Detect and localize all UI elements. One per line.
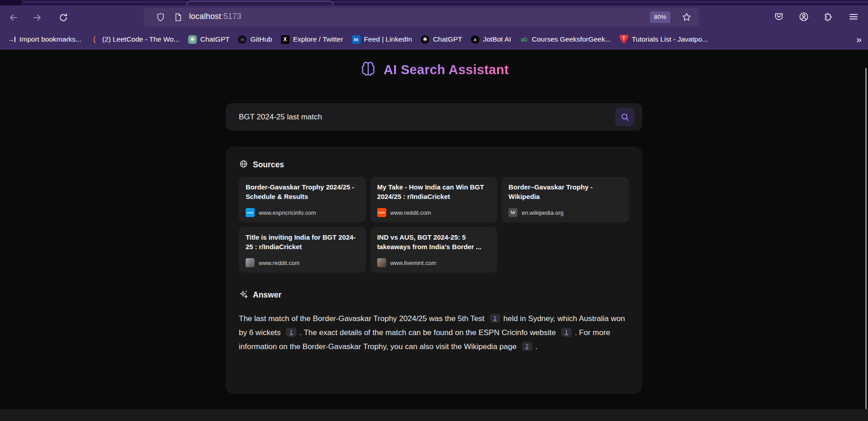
bookmark-item[interactable]: ⟨ (2) LeetCode - The Wo...	[90, 35, 180, 44]
search-button[interactable]	[615, 108, 635, 126]
gfg-icon: ϶G	[520, 35, 528, 44]
answer-paragraph: The last match of the Border-Gavaskar Tr…	[239, 312, 629, 354]
source-card[interactable]: My Take - How India can Win BGT 2024/25 …	[370, 177, 498, 222]
page-bottom-strip	[0, 409, 868, 421]
url-text: localhost:5173	[189, 12, 242, 21]
page-content: AI Search Assistant Sources Border-Gavas…	[0, 50, 868, 421]
account-icon[interactable]	[798, 11, 809, 22]
import-icon: →	[7, 35, 16, 44]
back-icon[interactable]	[8, 12, 19, 24]
photo-person-favicon	[246, 258, 255, 267]
wikipedia-favicon: W	[508, 208, 517, 217]
bookmarks-bar: → Import bookmarks... ⟨ (2) LeetCode - T…	[0, 29, 868, 50]
chatgpt-dark-icon: ✳	[421, 35, 429, 44]
source-card[interactable]: IND vs AUS, BGT 2024-25: 5 takeaways fro…	[370, 227, 498, 273]
citation-chip[interactable]: 1	[561, 328, 572, 337]
reddit-favicon: reddit	[377, 208, 386, 217]
citation-chip[interactable]: 1	[490, 314, 500, 323]
source-title: Title is inviting India for BGT 2024-25 …	[246, 233, 359, 252]
tab-bar-left-segment	[0, 0, 23, 5]
source-title: IND vs AUS, BGT 2024-25: 5 takeaways fro…	[377, 233, 491, 252]
address-bar[interactable]: localhost:5173 80%	[144, 8, 699, 27]
brain-icon	[359, 60, 377, 80]
answer-heading: Answer	[239, 290, 629, 300]
bookmark-label: ChatGPT	[200, 35, 230, 43]
extensions-puzzle-icon[interactable]	[823, 11, 834, 22]
bookmark-item[interactable]: ✳ ChatGPT	[188, 35, 230, 44]
bookmark-label: Import bookmarks...	[19, 35, 81, 43]
sparkles-icon	[239, 289, 248, 301]
search-bar	[226, 103, 642, 131]
app-header: AI Search Assistant	[0, 60, 868, 80]
browser-window: localhost:5173 80% → Import bookmarks	[0, 0, 868, 421]
twitter-icon: X	[281, 35, 289, 44]
espn-favicon: espn	[246, 208, 255, 217]
search-input[interactable]	[239, 103, 587, 131]
scrollbar-thumb[interactable]	[865, 68, 867, 409]
bookmark-item[interactable]: X Explore / Twitter	[281, 35, 343, 44]
source-title: My Take - How India can Win BGT 2024/25 …	[377, 183, 491, 202]
source-card[interactable]: Border-Gavaskar Trophy 2024/25 - Schedul…	[239, 177, 366, 222]
shield-icon[interactable]	[156, 12, 166, 22]
bookmark-item[interactable]: in Feed | LinkedIn	[352, 35, 413, 44]
source-domain: www.espncricinfo.com	[259, 209, 316, 216]
bookmark-item[interactable]: ▲ JotBot AI	[471, 35, 511, 44]
bookmark-item[interactable]: → Import bookmarks...	[7, 35, 81, 44]
bookmark-label: Feed | LinkedIn	[364, 35, 413, 43]
sources-heading: Sources	[239, 160, 629, 170]
results-panel: Sources Border-Gavaskar Trophy 2024/25 -…	[226, 147, 642, 394]
source-card[interactable]: Title is inviting India for BGT 2024-25 …	[239, 227, 366, 273]
url-host: localhost	[189, 12, 221, 21]
photo-people-favicon	[377, 258, 386, 267]
leetcode-icon: ⟨	[90, 35, 99, 44]
sources-grid: Border-Gavaskar Trophy 2024/25 - Schedul…	[239, 177, 629, 273]
bookmark-item[interactable]: ϶G Courses GeeksforGeek...	[520, 35, 611, 44]
bookmarks-bar-items: → Import bookmarks... ⟨ (2) LeetCode - T…	[0, 35, 708, 44]
forward-icon[interactable]	[31, 12, 43, 24]
bookmarks-overflow-chevron[interactable]: »	[856, 33, 862, 45]
bookmark-item[interactable]: ∩ GitHub	[238, 35, 272, 44]
pocket-icon[interactable]	[773, 11, 784, 22]
citation-chip[interactable]: 1	[286, 328, 296, 337]
zoom-level-badge[interactable]: 80%	[650, 11, 670, 23]
source-domain: www.livemint.com	[390, 260, 436, 266]
source-title: Border-Gavaskar Trophy 2024/25 - Schedul…	[246, 183, 359, 202]
reload-icon[interactable]	[57, 12, 69, 24]
source-card[interactable]: Border–Gavaskar Trophy - Wikipedia W en.…	[502, 177, 629, 222]
chatgpt-green-icon: ✳	[188, 35, 197, 44]
javatpoint-icon: T	[620, 35, 628, 44]
bookmark-label: Courses GeeksforGeek...	[532, 35, 611, 43]
globe-icon	[239, 159, 248, 171]
tab-bar	[0, 0, 868, 5]
bookmark-label: JotBot AI	[483, 35, 511, 43]
bookmark-item[interactable]: T Tutorials List - Javatpo...	[620, 35, 708, 44]
tab-bar-divider	[23, 2, 868, 2]
answer-heading-label: Answer	[253, 290, 281, 300]
linkedin-icon: in	[352, 35, 360, 44]
bookmark-star-icon[interactable]	[681, 12, 692, 23]
source-title: Border–Gavaskar Trophy - Wikipedia	[508, 183, 622, 202]
bookmark-item[interactable]: ✳ ChatGPT	[421, 35, 462, 44]
navigation-toolbar: localhost:5173 80%	[0, 5, 868, 29]
jotbot-icon: ▲	[471, 35, 479, 44]
bookmark-label: GitHub	[250, 35, 272, 43]
source-domain: en.wikipedia.org	[522, 209, 563, 216]
github-icon: ∩	[238, 35, 247, 44]
bookmark-label: Tutorials List - Javatpo...	[632, 35, 708, 43]
page-info-icon[interactable]	[173, 12, 183, 22]
sources-heading-label: Sources	[253, 160, 284, 170]
page-title: AI Search Assistant	[384, 62, 509, 77]
toolbar-right-icons	[773, 11, 868, 22]
url-port: :5173	[221, 12, 242, 21]
source-domain: www.reddit.com	[390, 209, 431, 216]
active-tab[interactable]	[186, 1, 333, 5]
menu-hamburger-icon[interactable]	[848, 11, 859, 22]
source-domain: www.reddit.com	[259, 260, 299, 266]
bookmark-label: Explore / Twitter	[293, 35, 343, 43]
citation-chip[interactable]: 2	[522, 342, 532, 351]
bookmark-label: (2) LeetCode - The Wo...	[102, 35, 180, 43]
bookmark-label: ChatGPT	[433, 35, 462, 43]
